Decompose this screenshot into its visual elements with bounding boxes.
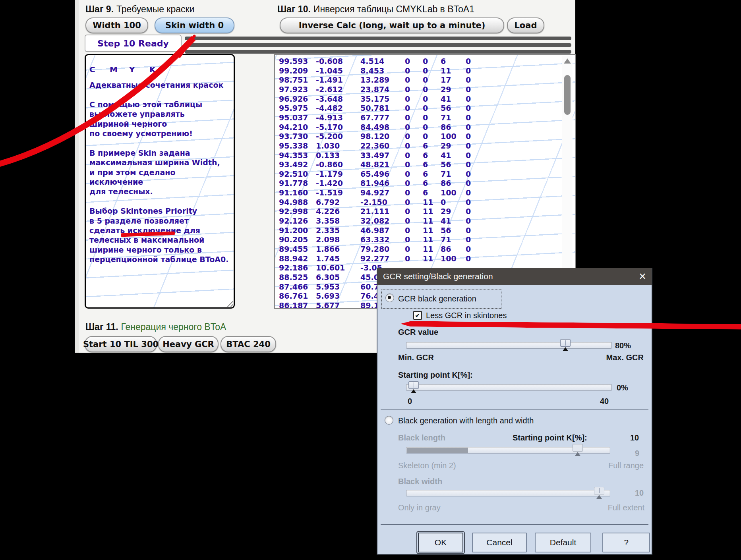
comment-line: перцепционной таблице BToA0. bbox=[89, 255, 228, 264]
help-button[interactable]: ? bbox=[602, 533, 650, 552]
ok-button[interactable]: OK bbox=[418, 533, 463, 552]
skintones-checkbox-label: Less GCR in skintones bbox=[426, 311, 507, 320]
step10-title: Инверсия таблицы CMYKLab в BToA1 bbox=[313, 4, 474, 14]
table-row: 90.2052.09863.332011710 bbox=[279, 235, 573, 244]
slider-thumb[interactable] bbox=[560, 339, 571, 351]
black-length-heading-value: 10 bbox=[630, 433, 639, 442]
resize-grip-icon[interactable] bbox=[225, 299, 233, 307]
step9-heading: Шаг 9.Требуемые краски bbox=[85, 4, 194, 15]
comment-line: Выбор Skintones Priority bbox=[89, 207, 197, 215]
step10-heading: Шаг 10.Инверсия таблицы CMYKLab в BToA1 bbox=[277, 4, 474, 15]
starting-point-min: 0 bbox=[408, 397, 412, 406]
slider-thumb[interactable] bbox=[594, 487, 604, 499]
comment-line: вы можете управлять bbox=[89, 110, 185, 118]
table-row: 93.730-5.20098.120001000 bbox=[279, 132, 573, 141]
start-til-button[interactable]: Start 10 TIL 300 bbox=[85, 336, 157, 352]
comment-line: в 5 разделе позволяет bbox=[89, 216, 189, 225]
gcr-value-value: 80% bbox=[615, 341, 631, 350]
gcr-value-label: GCR value bbox=[398, 328, 438, 337]
gcr-radio-label: GCR black generation bbox=[398, 294, 476, 303]
min-gcr-label: Min. GCR bbox=[398, 353, 434, 362]
scroll-up-icon[interactable] bbox=[564, 58, 571, 64]
comment-line: максимальная ширина Width, bbox=[89, 158, 220, 167]
starting-point-max: 40 bbox=[600, 397, 609, 406]
cmyk-letter: K bbox=[149, 65, 156, 74]
comment-line: и при этом сделано bbox=[89, 168, 175, 177]
black-length-max: Full range bbox=[608, 461, 644, 470]
comment-line: В примере Skin задана bbox=[89, 149, 190, 157]
black-width-max: Full extent bbox=[608, 503, 644, 512]
black-length-slider[interactable] bbox=[406, 447, 610, 454]
starting-point-value: 0% bbox=[617, 383, 628, 392]
radio-dot bbox=[388, 296, 391, 299]
length-width-radio[interactable] bbox=[385, 416, 393, 425]
cmyk-letter: C bbox=[89, 65, 95, 74]
starting-point-slider[interactable] bbox=[406, 384, 612, 391]
dialog-titlebar[interactable]: GCR setting/Black generation × bbox=[377, 268, 652, 285]
width-100-button[interactable]: Width 100 bbox=[85, 17, 148, 33]
scrollbar-thumb[interactable] bbox=[564, 75, 571, 115]
slider-thumb[interactable] bbox=[408, 381, 419, 394]
step10-label: Шаг 10. bbox=[277, 4, 311, 14]
table-row: 91.2002.33546.987011560 bbox=[279, 226, 573, 235]
close-icon[interactable]: × bbox=[639, 268, 646, 284]
comment-line: шириной черного bbox=[89, 120, 167, 128]
inverse-calc-button[interactable]: Inverse Calc (long, wait up to a minute) bbox=[280, 17, 504, 33]
black-length-heading: Starting point K[%]: bbox=[513, 433, 587, 442]
table-row: 88.9421.74592.2770111000 bbox=[279, 254, 573, 263]
table-row: 92.1263.35832.082011410 bbox=[279, 216, 573, 225]
cmyk-letter: M bbox=[110, 65, 118, 74]
dialog-title: GCR setting/Black generation bbox=[383, 268, 493, 285]
divider bbox=[381, 524, 648, 525]
progress-bar-1 bbox=[185, 37, 571, 40]
table-row: 95.3381.03022.36006290 bbox=[279, 141, 573, 150]
divider bbox=[381, 409, 648, 410]
comment-line: Адекватные сочетания красок bbox=[89, 81, 223, 89]
slider-fill bbox=[407, 448, 468, 453]
load-button[interactable]: Load bbox=[507, 17, 544, 33]
table-row: 99.593-0.6084.5140060 bbox=[279, 57, 573, 66]
length-width-radio-label: Black generation with length and width bbox=[398, 416, 534, 425]
table-row: 95.037-4.91367.77700710 bbox=[279, 113, 573, 122]
skintones-checkbox[interactable]: ✔ bbox=[413, 311, 422, 320]
black-width-label: Black width bbox=[398, 477, 442, 486]
step11-label: Шаг 11. bbox=[85, 322, 118, 332]
progress-bar-2 bbox=[185, 43, 571, 47]
table-row: 96.926-3.64835.17500410 bbox=[279, 95, 573, 103]
cancel-button[interactable]: Cancel bbox=[472, 533, 527, 552]
table-row: 94.3530.13333.49706410 bbox=[279, 151, 573, 160]
table-row: 92.9984.22621.111011290 bbox=[279, 207, 573, 216]
status-badge: Step 10 Ready bbox=[85, 35, 182, 52]
black-width-slider[interactable] bbox=[406, 490, 610, 496]
gcr-value-slider[interactable] bbox=[406, 342, 612, 349]
progress-bar-3 bbox=[185, 50, 571, 54]
black-width-value: 10 bbox=[635, 489, 644, 498]
gcr-dialog: GCR setting/Black generation × GCR black… bbox=[377, 268, 652, 555]
table-row: 95.975-4.48250.78100560 bbox=[279, 104, 573, 112]
black-length-label: Black length bbox=[398, 433, 445, 442]
black-length-min: Skeleton (min 2) bbox=[398, 461, 456, 470]
comment-line: для телесных. bbox=[89, 187, 153, 196]
gcr-radio[interactable] bbox=[385, 294, 394, 302]
table-row: 99.209-1.0458.45300110 bbox=[279, 66, 573, 75]
slider-thumb[interactable] bbox=[573, 444, 583, 456]
table-row: 94.9886.792-2.15001100 bbox=[279, 198, 573, 207]
table-row: 91.778-1.42081.94606860 bbox=[279, 179, 573, 187]
table-row: 93.492-0.86048.82106560 bbox=[279, 160, 573, 169]
step11-heading: Шаг 11.Генерация черного BToA bbox=[85, 322, 226, 332]
table-row: 97.923-2.61223.87400290 bbox=[279, 85, 573, 94]
step9-label: Шаг 9. bbox=[85, 4, 114, 14]
table-row: 98.751-1.49113.28900170 bbox=[279, 75, 573, 84]
comment-line: С помощью этой таблицы bbox=[89, 100, 202, 109]
black-width-min: Only in gray bbox=[398, 503, 441, 512]
skin-width-button[interactable]: Skin width 0 bbox=[155, 17, 234, 33]
comment-line: ширине черного только в bbox=[89, 245, 202, 254]
btac-button[interactable]: BTAC 240 bbox=[221, 336, 276, 352]
step11-title: Генерация черного BToA bbox=[121, 322, 226, 332]
heavy-gcr-button[interactable]: Heavy GCR bbox=[158, 336, 219, 352]
default-button[interactable]: Default bbox=[535, 533, 591, 552]
comment-line: исключение bbox=[89, 178, 143, 186]
table-row: 89.4551.86679.280011860 bbox=[279, 245, 573, 253]
step9-title: Требуемые краски bbox=[116, 4, 194, 14]
black-length-value: 9 bbox=[635, 449, 639, 458]
